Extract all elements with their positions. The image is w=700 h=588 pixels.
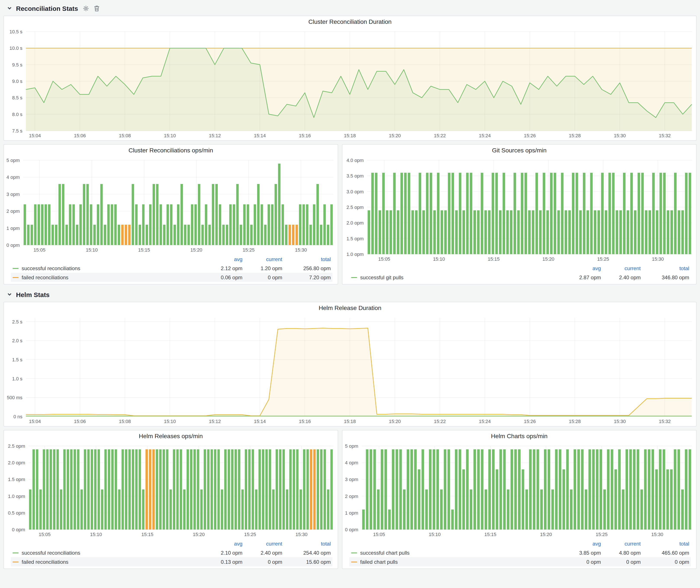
- svg-text:15:24: 15:24: [479, 133, 491, 138]
- chart-canvas[interactable]: 0 ns500 ms1.0 s1.5 s2.0 s2.5 s15:0415:06…: [4, 313, 696, 426]
- svg-text:15:30: 15:30: [295, 247, 307, 253]
- svg-text:15:25: 15:25: [244, 532, 256, 537]
- series-total: 465.60 opm: [641, 550, 689, 556]
- panel-title[interactable]: Git Sources ops/min: [342, 145, 696, 156]
- legend-column-header[interactable]: current: [601, 265, 641, 271]
- svg-text:15:26: 15:26: [524, 133, 536, 138]
- svg-text:10.0 s: 10.0 s: [10, 45, 23, 51]
- legend-column-header[interactable]: current: [242, 541, 282, 547]
- svg-text:2.0 opm: 2.0 opm: [8, 460, 25, 465]
- series-avg: 2.10 opm: [203, 550, 242, 556]
- svg-text:15:26: 15:26: [524, 419, 536, 424]
- chart-canvas[interactable]: 0 opm1 opm2 opm3 opm4 opm5 opm15:0515:10…: [342, 442, 696, 539]
- series-label[interactable]: successful git pulls: [351, 274, 561, 280]
- panel-cluster-reconciliations-opm: Cluster Reconciliations ops/min 0 opm1 o…: [3, 144, 338, 284]
- panel-helm-releases-opm: Helm Releases ops/min 0 opm0.5 opm1.0 op…: [3, 430, 338, 569]
- series-label[interactable]: failed chart pulls: [351, 559, 561, 565]
- series-current: 0 opm: [242, 274, 282, 280]
- chart-canvas[interactable]: 1.0 opm1.5 opm2.0 opm2.5 opm3.0 opm3.5 o…: [342, 156, 696, 264]
- panel-title[interactable]: Cluster Reconciliations ops/min: [4, 145, 338, 156]
- svg-text:15:22: 15:22: [434, 419, 446, 424]
- svg-text:4 opm: 4 opm: [345, 460, 358, 465]
- panel-helm-release-duration: Helm Release Duration 0 ns500 ms1.0 s1.5…: [3, 302, 697, 426]
- legend-column-header[interactable]: avg: [561, 265, 601, 271]
- chart-canvas[interactable]: 7.5 s8.0 s8.5 s9.0 s9.5 s10.0 s10.5 s15:…: [4, 27, 696, 140]
- chart-canvas[interactable]: 0 opm1 opm2 opm3 opm4 opm5 opm15:0515:10…: [4, 156, 338, 255]
- legend-column-header[interactable]: total: [641, 265, 689, 271]
- svg-text:15:10: 15:10: [164, 133, 176, 138]
- svg-text:8.0 s: 8.0 s: [12, 112, 23, 117]
- svg-text:1.0 opm: 1.0 opm: [347, 252, 364, 257]
- svg-text:15:06: 15:06: [74, 133, 86, 138]
- svg-text:3.0 opm: 3.0 opm: [347, 189, 364, 194]
- panel-title[interactable]: Helm Releases ops/min: [4, 430, 338, 442]
- series-avg: 0 opm: [561, 559, 601, 565]
- legend-column-header[interactable]: avg: [203, 541, 242, 547]
- legend-header: avgcurrenttotal: [11, 539, 332, 548]
- svg-text:15:04: 15:04: [29, 419, 41, 424]
- legend-column-header[interactable]: total: [282, 256, 331, 262]
- legend-column-header[interactable]: current: [242, 256, 282, 262]
- legend-column-header[interactable]: avg: [561, 541, 601, 547]
- svg-text:500 ms: 500 ms: [7, 395, 22, 400]
- panel-cluster-reconciliation-duration: Cluster Reconciliation Duration 7.5 s8.0…: [3, 16, 697, 141]
- series-label[interactable]: successful reconciliations: [13, 550, 203, 556]
- svg-text:15:20: 15:20: [190, 247, 202, 253]
- svg-text:15:30: 15:30: [614, 419, 626, 424]
- trash-icon[interactable]: [94, 5, 100, 11]
- svg-text:15:20: 15:20: [389, 419, 401, 424]
- legend-column-header[interactable]: current: [601, 541, 641, 547]
- legend-row[interactable]: successful chart pulls3.85 opm4.80 opm46…: [349, 548, 691, 557]
- panel-title[interactable]: Helm Release Duration: [4, 302, 696, 313]
- svg-text:15:10: 15:10: [433, 256, 445, 262]
- svg-text:15:10: 15:10: [164, 419, 176, 424]
- panel-title[interactable]: Cluster Reconciliation Duration: [4, 16, 696, 27]
- svg-text:4.0 opm: 4.0 opm: [347, 158, 364, 163]
- svg-text:0.5 opm: 0.5 opm: [8, 510, 25, 516]
- legend-row[interactable]: successful reconciliations2.12 opm1.20 o…: [11, 264, 332, 273]
- panel-title[interactable]: Helm Charts ops/min: [342, 430, 696, 442]
- svg-text:15:10: 15:10: [429, 532, 441, 537]
- section-header-reconciliation-stats[interactable]: Reconciliation Stats: [3, 2, 697, 15]
- svg-text:15:05: 15:05: [34, 247, 45, 253]
- svg-text:15:30: 15:30: [614, 133, 626, 138]
- svg-text:15:18: 15:18: [344, 133, 356, 138]
- svg-text:15:05: 15:05: [373, 532, 385, 537]
- series-label[interactable]: failed reconciliations: [13, 559, 203, 565]
- chart-canvas[interactable]: 0 opm0.5 opm1.0 opm1.5 opm2.0 opm2.5 opm…: [4, 442, 338, 539]
- svg-text:15:08: 15:08: [119, 133, 131, 138]
- svg-text:5 opm: 5 opm: [6, 158, 20, 163]
- svg-text:15:15: 15:15: [141, 532, 153, 537]
- legend-row[interactable]: failed chart pulls0 opm0 opm0 opm: [349, 557, 691, 566]
- svg-text:15:15: 15:15: [138, 247, 150, 253]
- svg-text:15:16: 15:16: [299, 419, 311, 424]
- svg-text:15:14: 15:14: [254, 133, 266, 138]
- series-color-swatch: [351, 552, 357, 553]
- series-current: 4.80 opm: [601, 550, 641, 556]
- legend-column-header[interactable]: total: [641, 541, 689, 547]
- legend-column-header[interactable]: total: [282, 541, 331, 547]
- series-label[interactable]: failed reconciliations: [13, 274, 203, 280]
- svg-text:5 opm: 5 opm: [345, 443, 358, 449]
- svg-text:15:04: 15:04: [29, 133, 41, 138]
- gear-icon[interactable]: [83, 5, 89, 11]
- legend-row[interactable]: failed reconciliations0.13 opm0 opm15.60…: [11, 557, 332, 566]
- section-header-helm-stats[interactable]: Helm Stats: [3, 288, 697, 301]
- chart-legend: avgcurrenttotalsuccessful reconciliation…: [4, 539, 338, 569]
- legend-row[interactable]: failed reconciliations0.06 opm0 opm7.20 …: [11, 273, 332, 282]
- svg-text:15:10: 15:10: [86, 247, 98, 253]
- legend-row[interactable]: successful git pulls2.87 opm2.40 opm346.…: [349, 273, 691, 282]
- svg-text:15:32: 15:32: [659, 133, 671, 138]
- series-current: 2.40 opm: [601, 274, 641, 280]
- series-label[interactable]: successful reconciliations: [13, 265, 203, 271]
- svg-text:15:05: 15:05: [378, 256, 390, 262]
- svg-text:15:15: 15:15: [488, 256, 500, 262]
- svg-text:15:30: 15:30: [652, 256, 664, 262]
- legend-column-header[interactable]: avg: [203, 256, 242, 262]
- svg-text:0 opm: 0 opm: [6, 242, 20, 248]
- legend-header: avgcurrenttotal: [349, 539, 691, 548]
- svg-text:10.5 s: 10.5 s: [10, 29, 23, 34]
- legend-row[interactable]: successful reconciliations2.10 opm2.40 o…: [11, 548, 332, 557]
- series-total: 256.80 opm: [282, 265, 331, 271]
- series-label[interactable]: successful chart pulls: [351, 550, 561, 556]
